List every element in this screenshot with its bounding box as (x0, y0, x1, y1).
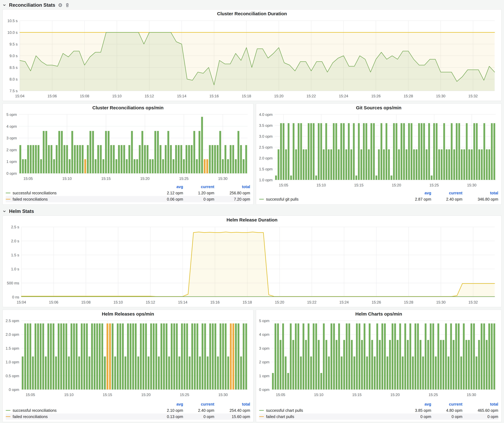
svg-text:2.0 s: 2.0 s (11, 239, 19, 243)
series-name[interactable]: successful chart pulls (266, 408, 303, 413)
svg-text:2.0 opm: 2.0 opm (6, 332, 19, 337)
series-current: 0 opm (431, 414, 462, 419)
series-total: 15.60 opm (214, 414, 250, 419)
legend-header-row: avg current total (6, 184, 250, 190)
legend-col-total[interactable]: total (214, 185, 250, 189)
legend-header-row: avg current total (259, 190, 498, 196)
svg-text:0 opm: 0 opm (9, 388, 19, 392)
series-name[interactable]: successful git pulls (266, 197, 299, 201)
series-dash (6, 193, 11, 193)
legend-row-successful: successful reconciliations 2.12 opm 1.20… (6, 190, 250, 196)
panel-title[interactable]: Git Sources ops/min (256, 104, 501, 112)
legend-col-total[interactable]: total (214, 402, 250, 406)
svg-text:15:20: 15:20 (141, 393, 151, 397)
svg-text:7.5 s: 7.5 s (10, 89, 18, 93)
svg-text:15:05: 15:05 (26, 393, 35, 397)
legend-header-row: avg current total (6, 401, 250, 407)
svg-text:15:24: 15:24 (339, 94, 348, 98)
series-name[interactable]: failed chart pulls (266, 414, 294, 419)
svg-text:15:25: 15:25 (180, 393, 189, 397)
legend-col-avg[interactable]: avg (400, 191, 431, 195)
svg-text:15:26: 15:26 (371, 94, 381, 98)
svg-text:15:32: 15:32 (468, 300, 478, 304)
series-name[interactable]: failed reconciliations (13, 197, 48, 201)
trash-icon[interactable] (65, 3, 69, 7)
svg-text:15:08: 15:08 (81, 300, 90, 304)
cluster-reconciliations-ops-chart[interactable]: 5 opm4 opm3 opm2 opm1 opm0 opm15:0515:10… (5, 112, 251, 182)
panel-title[interactable]: Helm Releases ops/min (3, 310, 253, 318)
series-dash (259, 416, 264, 417)
svg-text:15:30: 15:30 (436, 300, 445, 304)
legend-col-avg[interactable]: avg (152, 402, 183, 406)
svg-text:15:25: 15:25 (179, 176, 189, 181)
svg-text:0 opm: 0 opm (259, 388, 270, 392)
svg-text:1.0 s: 1.0 s (11, 267, 19, 271)
cluster-reconciliation-duration-chart[interactable]: 10.5 s10.0 s9.5 s9.0 s8.5 s8.0 s7.5 s15:… (5, 18, 499, 99)
legend-col-total[interactable]: total (462, 191, 498, 195)
series-dash (6, 416, 11, 417)
svg-text:3.0 opm: 3.0 opm (259, 134, 273, 138)
legend-col-current[interactable]: current (183, 185, 214, 189)
svg-text:15:20: 15:20 (274, 94, 283, 98)
series-name[interactable]: successful reconciliations (13, 408, 57, 413)
panel-title[interactable]: Cluster Reconciliation Duration (3, 10, 501, 18)
svg-text:15:30: 15:30 (467, 393, 476, 397)
series-avg: 3.85 opm (400, 408, 431, 413)
legend-col-total[interactable]: total (462, 402, 498, 406)
svg-text:15:16: 15:16 (209, 94, 219, 98)
svg-text:15:12: 15:12 (145, 94, 154, 98)
panel-title[interactable]: Helm Release Duration (3, 216, 501, 224)
series-dash (259, 410, 264, 411)
helm-releases-ops-chart[interactable]: 2.5 opm2.0 opm1.5 opm1.0 opm0.5 opm0 opm… (5, 318, 251, 398)
svg-text:1.0 opm: 1.0 opm (6, 360, 19, 364)
section-helm-stats[interactable]: Helm Stats (2, 207, 502, 216)
svg-text:15:05: 15:05 (23, 176, 33, 181)
svg-text:15:22: 15:22 (306, 94, 316, 98)
series-current: 2.40 opm (431, 197, 462, 201)
legend-col-avg[interactable]: avg (152, 185, 183, 189)
svg-text:15:30: 15:30 (467, 183, 476, 187)
series-name[interactable]: successful reconciliations (13, 191, 57, 195)
gear-icon[interactable]: ⚙ (58, 3, 62, 8)
section-reconciliation-stats[interactable]: Reconciliation Stats ⚙ (2, 1, 502, 9)
svg-text:4 opm: 4 opm (259, 332, 270, 337)
section-title[interactable]: Reconciliation Stats (9, 2, 55, 8)
svg-text:2.5 s: 2.5 s (11, 225, 19, 229)
legend-col-current[interactable]: current (431, 402, 462, 406)
svg-text:2.5 opm: 2.5 opm (259, 145, 273, 149)
svg-text:15:08: 15:08 (80, 94, 89, 98)
svg-text:15:10: 15:10 (114, 300, 123, 304)
panel-title[interactable]: Cluster Reconciliations ops/min (3, 104, 253, 112)
panel-title[interactable]: Helm Charts ops/min (256, 310, 501, 318)
helm-release-duration-chart[interactable]: 2.5 s2.0 s1.5 s1.0 s500 ms0 ns15:0415:06… (5, 224, 499, 305)
legend-col-avg[interactable]: avg (400, 402, 431, 406)
legend-row-successful: successful git pulls 2.87 opm 2.40 opm 3… (259, 196, 498, 202)
helm-charts-ops-chart[interactable]: 5 opm4 opm3 opm2 opm1 opm0 opm15:0515:10… (258, 318, 499, 398)
svg-text:15:04: 15:04 (15, 94, 24, 98)
legend-row-failed: failed reconciliations 0.13 opm 0 opm 15… (6, 413, 250, 420)
section-title[interactable]: Helm Stats (9, 209, 34, 214)
series-name[interactable]: failed reconciliations (13, 414, 48, 419)
panel-git-sources-ops: Git Sources ops/min 4.0 opm3.5 opm3.0 op… (256, 103, 502, 205)
panel-helm-charts-ops: Helm Charts ops/min 5 opm4 opm3 opm2 opm… (256, 310, 502, 422)
legend-col-current[interactable]: current (183, 402, 214, 406)
chevron-down-icon[interactable] (2, 3, 6, 7)
chevron-down-icon[interactable] (2, 210, 6, 213)
svg-text:15:16: 15:16 (210, 300, 220, 304)
svg-text:15:15: 15:15 (101, 176, 111, 181)
svg-text:10.0 s: 10.0 s (7, 30, 18, 35)
legend-row-failed: failed chart pulls 0 opm 0 opm 0 opm (259, 413, 498, 420)
series-total: 254.40 opm (214, 408, 250, 413)
svg-text:15:25: 15:25 (429, 393, 438, 397)
panel-cluster-reconciliations-ops: Cluster Reconciliations ops/min 5 opm4 o… (2, 103, 253, 205)
git-sources-ops-chart[interactable]: 4.0 opm3.5 opm3.0 opm2.5 opm2.0 opm1.5 o… (258, 112, 499, 188)
svg-text:500 ms: 500 ms (7, 281, 19, 285)
series-total: 7.20 opm (214, 197, 250, 201)
svg-text:1.5 opm: 1.5 opm (259, 167, 273, 171)
legend: avg current total successful git pulls 2… (256, 189, 501, 205)
series-avg: 2.10 opm (152, 408, 183, 413)
series-avg: 2.12 opm (152, 191, 183, 195)
legend-col-current[interactable]: current (431, 191, 462, 195)
svg-text:15:26: 15:26 (372, 300, 381, 304)
svg-text:15:10: 15:10 (64, 393, 73, 397)
